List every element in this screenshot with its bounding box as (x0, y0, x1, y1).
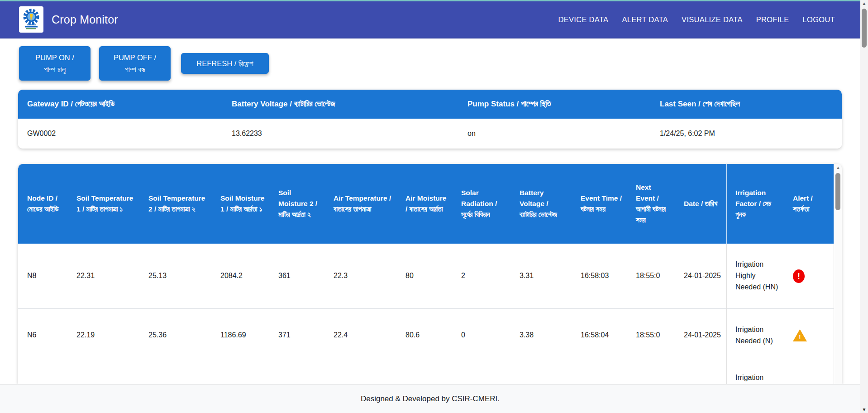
cell-alert: ! (784, 269, 834, 283)
app-window: Crop Monitor DEVICE DATA ALERT DATA VISU… (0, 0, 868, 413)
csir-emblem-graphic (21, 8, 41, 31)
header-column-separator (726, 164, 727, 244)
col-alert: Alert / সতর্কতা (784, 193, 834, 215)
col-soil-temperature-1: Soil Temperature 1 / মাটির তাপমাত্রা ১ (67, 193, 139, 215)
cell-node-id: N8 (18, 270, 67, 282)
col-soil-temperature-2: Soil Temperature 2 / মাটির তাপমাত্রা ২ (139, 193, 211, 215)
cell-alert: ! (784, 329, 834, 341)
warning-alert-icon: ! (793, 329, 807, 341)
cell-solar-radiation: 2 (452, 270, 510, 282)
node-data-table-card: Node ID / নোডের আইডি Soil Temperature 1 … (18, 164, 842, 384)
body-column-separator (726, 244, 727, 384)
cell-next-event: 18:55:0 (627, 270, 675, 282)
node-table: Node ID / নোডের আইডি Soil Temperature 1 … (18, 164, 834, 384)
critical-alert-glyph: ! (797, 269, 800, 283)
footer: Designed & Developed by CSIR-CMERI. (0, 384, 860, 413)
node-table-header: Node ID / নোডের আইডি Soil Temperature 1 … (18, 164, 834, 244)
nav-links: DEVICE DATA ALERT DATA VISUALIZE DATA PR… (558, 15, 835, 24)
table-scrollbar[interactable]: ▲ (834, 164, 842, 384)
gateway-id-value: GW0002 (18, 130, 223, 138)
page-scrollbar-thumb[interactable] (862, 9, 867, 48)
cell-air-temperature: 22.3 (324, 270, 396, 282)
page-scroll-down-icon[interactable]: ▼ (860, 407, 868, 412)
refresh-button[interactable]: REFRESH / রিফ্রেশ (181, 53, 269, 74)
cell-date: 24-01-2025 (675, 330, 726, 341)
gateway-col-gateway-id: Gateway ID / গেটওয়ের আইডি (18, 100, 223, 109)
cell-soil-moisture-2: 371 (269, 330, 324, 341)
nav-item-alert-data[interactable]: ALERT DATA (622, 15, 668, 24)
page-scrollbar[interactable]: ▲ ▼ (860, 0, 868, 413)
critical-alert-icon: ! (793, 269, 805, 283)
gateway-col-battery-voltage: Battery Voltage / ব্যাটারির ভোল্টেজ (223, 100, 458, 109)
table-scroll-up-icon[interactable]: ▲ (834, 165, 842, 170)
pump-off-button[interactable]: PUMP OFF / পাম্প বন্ধ (99, 46, 171, 81)
cell-battery-voltage: 3.31 (510, 270, 572, 282)
pump-on-label-en: PUMP ON / (35, 52, 74, 63)
cell-battery-voltage: 3.38 (510, 330, 572, 341)
cell-irrigation-factor: Irrigation Needed (N) (726, 324, 784, 347)
col-date: Date / তারিখ (675, 198, 726, 209)
warning-alert-glyph: ! (799, 333, 801, 341)
table-scrollbar-thumb[interactable] (835, 173, 840, 210)
cell-air-moisture: 80.6 (396, 330, 452, 341)
page-scroll-up-icon[interactable]: ▲ (860, 1, 868, 6)
gateway-row: GW0002 13.62233 on 1/24/25, 6:02 PM (18, 119, 842, 149)
col-node-id: Node ID / নোডের আইডি (18, 193, 67, 215)
cell-soil-moisture-2: 361 (269, 270, 324, 282)
cell-event-time: 16:58:03 (572, 270, 627, 282)
gateway-last-seen-value: 1/24/25, 6:02 PM (651, 130, 842, 138)
footer-text: Designed & Developed by CSIR-CMERI. (361, 394, 500, 403)
cell-solar-radiation: 0 (452, 330, 510, 341)
pump-on-label-bn: পাম্প চালু (44, 63, 66, 75)
node-row-partial: Irrigation (18, 362, 834, 384)
page-title: Crop Monitor (52, 13, 118, 26)
pump-on-button[interactable]: PUMP ON / পাম্প চালু (19, 46, 91, 81)
cell-date: 24-01-2025 (675, 270, 726, 282)
cell-soil-moisture-1: 2084.2 (211, 270, 269, 282)
brand: Crop Monitor (19, 6, 118, 33)
col-irrigation-factor: Irrigation Factor / সেচ গুনক (726, 187, 784, 220)
nav-item-logout[interactable]: LOGOUT (803, 15, 835, 24)
gateway-pump-status-value: on (458, 130, 651, 138)
pump-off-label-bn: পাম্প বন্ধ (125, 63, 145, 75)
cell-soil-temperature-1: 22.31 (67, 270, 139, 282)
node-row-n6: N6 22.19 25.36 1186.69 371 22.4 80.6 0 3… (18, 309, 834, 362)
gateway-table-header: Gateway ID / গেটওয়ের আইডি Battery Volta… (18, 90, 842, 119)
col-air-temperature: Air Temperature / বাতাসের তাপমাত্রা (324, 193, 396, 215)
col-air-moisture: Air Moisture / বাতাসের আর্দ্রতা (396, 193, 452, 215)
cell-irrigation-factor: Irrigation Highly Needed (HN) (726, 259, 784, 293)
cell-soil-temperature-2: 25.13 (139, 270, 211, 282)
col-solar-radiation: Solar Radiation / সূর্যের বিকিরন (452, 187, 510, 220)
col-battery-voltage: Battery Voltage / ব্যাটারির ভোল্টেজ (510, 187, 572, 220)
csir-logo-icon (19, 6, 43, 33)
col-soil-moisture-1: Soil Moisture 1 / মাটির আর্দ্রতা ১ (211, 193, 269, 215)
cell-node-id: N6 (18, 330, 67, 341)
cell-air-temperature: 22.4 (324, 330, 396, 341)
nav-item-visualize-data[interactable]: VISUALIZE DATA (682, 15, 743, 24)
cell-irrigation-factor: Irrigation (726, 362, 784, 384)
gateway-col-last-seen: Last Seen / শেষ দেখাগেছিল (651, 100, 842, 109)
cell-next-event: 18:55:0 (627, 330, 675, 341)
nav-item-device-data[interactable]: DEVICE DATA (558, 15, 609, 24)
pump-off-label-en: PUMP OFF / (114, 52, 156, 63)
cell-soil-moisture-1: 1186.69 (211, 330, 269, 341)
pump-controls: PUMP ON / পাম্প চালু PUMP OFF / পাম্প বন… (19, 46, 269, 81)
gateway-col-pump-status: Pump Status / পাম্পের স্থিতি (458, 100, 651, 109)
col-next-event: Next Event / আগামী ঘটনার সময় (627, 182, 675, 226)
cell-air-moisture: 80 (396, 270, 452, 282)
gateway-summary-card: Gateway ID / গেটওয়ের আইডি Battery Volta… (18, 90, 842, 149)
gateway-battery-voltage-value: 13.62233 (223, 130, 458, 138)
cell-soil-temperature-1: 22.19 (67, 330, 139, 341)
nav-item-profile[interactable]: PROFILE (756, 15, 789, 24)
cell-event-time: 16:58:04 (572, 330, 627, 341)
col-event-time: Event Time / ঘটনার সময় (572, 193, 627, 215)
cell-soil-temperature-2: 25.36 (139, 330, 211, 341)
navbar: Crop Monitor DEVICE DATA ALERT DATA VISU… (0, 1, 860, 38)
node-row-n8: N8 22.31 25.13 2084.2 361 22.3 80 2 3.31… (18, 244, 834, 309)
col-soil-moisture-2: Soil Moisture 2 / মাটির আর্দ্রতা ২ (269, 187, 324, 220)
